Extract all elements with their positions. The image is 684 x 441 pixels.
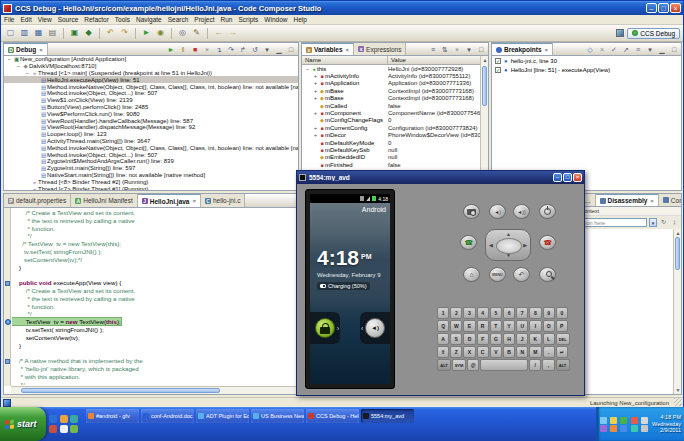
key-⇧[interactable]: ⇧: [437, 346, 449, 358]
key-y[interactable]: Y: [503, 320, 515, 332]
search-button[interactable]: [539, 267, 556, 282]
key-sym[interactable]: SYM: [452, 359, 466, 371]
key-space[interactable]: [480, 359, 528, 371]
menu-button[interactable]: MENU: [489, 267, 506, 282]
speaker-icon[interactable]: ◄): [365, 318, 385, 338]
print-icon[interactable]: ▤: [46, 27, 59, 40]
step-into-icon[interactable]: ↴: [214, 44, 224, 55]
start-button[interactable]: start: [0, 407, 46, 441]
editor-marker-bar[interactable]: [4, 208, 11, 386]
menu-scripts[interactable]: Scripts: [238, 16, 258, 23]
variable-row[interactable]: ■mDefaultKeySsbnull: [302, 146, 488, 153]
key-b[interactable]: B: [503, 346, 515, 358]
close-icon[interactable]: ×: [192, 198, 196, 204]
breakpoint-checkbox[interactable]: ✓: [495, 58, 501, 64]
close-button[interactable]: ×: [670, 3, 681, 13]
emulator-maximize-button[interactable]: □: [563, 173, 572, 182]
tray-icon-4[interactable]: [631, 417, 638, 424]
profile-icon[interactable]: ◉: [154, 27, 167, 40]
remove-icon[interactable]: ×: [452, 44, 462, 55]
breakpoint-item[interactable]: ✓●hello-jni.c, line 30: [492, 56, 681, 65]
call-button[interactable]: ☎: [460, 235, 477, 250]
collapse-all-icon[interactable]: ⇅: [440, 44, 450, 55]
debug-tree-item[interactable]: »Thread [<8> Binder Thread #2] (Running): [4, 178, 298, 185]
debug-stack-frame[interactable]: ▤ZygoteInit$MethodAndArgsCaller.run() li…: [4, 158, 298, 165]
key-3[interactable]: 3: [463, 307, 475, 319]
quicklaunch-icon-2[interactable]: [60, 415, 68, 423]
new-target-configuration-icon[interactable]: ▣: [68, 27, 81, 40]
forward-icon[interactable]: →: [226, 27, 239, 40]
tray-icon-10[interactable]: [641, 425, 648, 432]
tree-expander-icon[interactable]: +: [312, 95, 319, 101]
menu-search[interactable]: Search: [168, 16, 189, 23]
dpad-up-icon[interactable]: ▲: [506, 232, 511, 237]
key-8[interactable]: 8: [529, 307, 541, 319]
key-alt[interactable]: ALT: [437, 359, 451, 371]
variable-row[interactable]: +■mDecorPhoneWindow$DecorView (id=830007…: [302, 132, 488, 139]
quicklaunch-icon-3[interactable]: [70, 415, 78, 423]
menu-tools[interactable]: Tools: [115, 16, 130, 23]
variable-row[interactable]: ◆mConfigChangeFlags0: [302, 117, 488, 124]
link-with-debug-icon[interactable]: ≡: [633, 44, 643, 55]
menu-window[interactable]: Window: [264, 16, 287, 23]
menu-refactor[interactable]: Refactor: [84, 16, 109, 23]
key-e[interactable]: E: [463, 320, 475, 332]
dpad-center-button[interactable]: [496, 238, 522, 254]
redo-icon[interactable]: ↷: [118, 27, 131, 40]
key-x[interactable]: X: [463, 346, 475, 358]
tab-debug[interactable]: D Debug×: [4, 43, 48, 55]
key-l[interactable]: L: [543, 333, 555, 345]
search-icon[interactable]: ◎: [176, 27, 189, 40]
close-icon[interactable]: ×: [650, 198, 654, 204]
chevron-down-icon[interactable]: ▾: [649, 218, 657, 227]
step-over-icon[interactable]: ↷: [226, 44, 236, 55]
menu-edit[interactable]: Edit: [20, 16, 31, 23]
key-k[interactable]: K: [529, 333, 541, 345]
editor-tab-hello-jni-c[interactable]: Chello-jni.c: [201, 194, 245, 207]
tray-icon-2[interactable]: [610, 417, 617, 424]
debug-stack-frame[interactable]: ▤Button(View).performClick() line: 2485: [4, 104, 298, 111]
step-return-icon[interactable]: ↱: [238, 44, 248, 55]
debug-stack-frame[interactable]: ▤Method.invokeNative(Object, Object[], C…: [4, 144, 298, 151]
task-marker-icon[interactable]: [4, 357, 11, 365]
variable-row[interactable]: +■mActivityInfoActivityInfo (id=83000775…: [302, 72, 488, 79]
key-i[interactable]: I: [529, 320, 541, 332]
emulator-close-button[interactable]: ×: [573, 173, 582, 182]
tray-icon-8[interactable]: [620, 425, 627, 432]
key-s[interactable]: S: [450, 333, 462, 345]
tree-expander-icon[interactable]: −: [15, 63, 22, 69]
column-value[interactable]: Value: [388, 56, 488, 64]
key-c[interactable]: C: [477, 346, 489, 358]
view-menu-icon[interactable]: ▾: [262, 44, 272, 55]
debug-tree-item[interactable]: »Thread [<7> Binder Thread #1] (Running): [4, 185, 298, 190]
aux-scrollbar[interactable]: ▲▼: [673, 229, 681, 394]
quicklaunch-icon-6[interactable]: [70, 425, 78, 433]
tree-expander-icon[interactable]: +: [312, 132, 319, 138]
maximize-view-icon[interactable]: □: [286, 44, 296, 55]
variable-row[interactable]: ■mFinishedfalse: [302, 161, 488, 168]
close-icon[interactable]: ×: [39, 47, 43, 53]
key-f[interactable]: F: [477, 333, 489, 345]
key-.[interactable]: .: [543, 346, 555, 358]
breakpoint-checkbox[interactable]: ✓: [495, 67, 501, 73]
breakpoint-item[interactable]: ✓●HelloJni [line: 51] - executeApp(View): [492, 65, 681, 74]
task-button[interactable]: US Business News - L...: [251, 409, 304, 423]
minimize-view-icon[interactable]: ▁: [274, 44, 284, 55]
tree-expander-icon[interactable]: −: [6, 56, 13, 62]
remove-icon[interactable]: ×: [597, 44, 607, 55]
perspective-button[interactable]: CCS Debug: [627, 28, 680, 39]
tree-expander-icon[interactable]: +: [312, 110, 319, 116]
key-4[interactable]: 4: [477, 307, 489, 319]
go-to-file-icon[interactable]: ↗: [621, 44, 631, 55]
tab-disassembly[interactable]: Disassembly×: [596, 194, 659, 206]
dpad[interactable]: ▲ ▼ ◀ ▶: [485, 229, 531, 261]
annotate-icon[interactable]: ✎: [190, 27, 203, 40]
menu-view[interactable]: View: [38, 16, 52, 23]
back-icon[interactable]: ←: [212, 27, 225, 40]
key-n[interactable]: N: [516, 346, 528, 358]
view-menu-icon[interactable]: ▾: [645, 44, 655, 55]
task-button[interactable]: conf-Android.doc - ...: [141, 409, 194, 423]
task-button[interactable]: 5554:my_avd: [361, 409, 414, 423]
debug-stack-frame[interactable]: ▤NativeStart.main(String[]) line: not av…: [4, 172, 298, 179]
variable-row[interactable]: −●thisHelloJni (id=830007772928): [302, 65, 488, 72]
